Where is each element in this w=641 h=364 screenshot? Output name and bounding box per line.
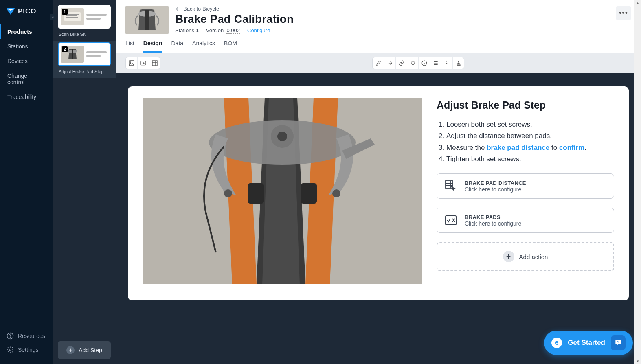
vertical-scrollbar[interactable]: ▲ ▼ [634,0,641,364]
edit-button[interactable] [373,57,384,69]
chain-icon [444,60,450,66]
insert-table-button[interactable] [149,57,160,69]
step-title: Adjust Brake Pad Step [437,99,614,111]
action-brake-pads[interactable]: BRAKE PADS Click here to configure [437,208,614,233]
tab-analytics[interactable]: Analytics [192,40,215,53]
configure-link[interactable]: Configure [247,27,270,33]
version-meta[interactable]: Version 0.002 [206,27,240,33]
sidebar-item-stations[interactable]: Stations [0,39,53,54]
help-icon [7,332,14,340]
sidebar-nav: Products Stations Devices Change control… [0,24,53,323]
step-card-2[interactable]: 2 Adjust Brake Pad Step [53,41,116,78]
more-button[interactable]: ••• [616,6,631,20]
stations-meta: Stations 1 [175,27,199,33]
table-icon [151,60,158,66]
image-icon [128,60,135,66]
sidebar-item-devices[interactable]: Devices [0,54,53,68]
step-label: Adjust Brake Pad Step [53,68,116,78]
step-number: 2 [62,46,68,52]
collapse-sidebar-button[interactable]: ›› [50,14,56,20]
arrow-left-icon [175,6,181,12]
svg-point-2 [9,349,11,351]
insert-image-button[interactable] [126,57,137,69]
svg-point-23 [277,132,287,141]
info-icon [421,60,427,66]
add-step-button[interactable]: + Add Step [58,341,111,359]
steps-panel: 1 Scan Bike SN 2 Adjust Brake Pad Step +… [53,0,116,364]
instructions-list: Loosen both set set screws. Adjust the d… [437,119,614,164]
add-step-label: Add Step [79,347,102,353]
instruction-item[interactable]: Loosen both set set screws. [446,119,614,130]
video-icon [140,60,147,66]
instruction-item[interactable]: Measure the brake pad distance to confir… [446,143,614,153]
action-subtitle: Click here to configure [465,186,526,193]
sidebar-item-products[interactable]: Products [0,24,53,39]
brand-name: PICO [18,7,37,15]
toolbar-media-group [125,57,160,69]
back-link[interactable]: Back to Bicycle [175,6,616,12]
text-color-button[interactable] [452,57,464,69]
toolbar-format-group [372,57,464,69]
step-main-image[interactable] [143,98,422,284]
arrow-right-icon [387,60,393,66]
tag-button[interactable] [407,57,418,69]
step-label: Scan Bike SN [53,30,116,41]
brake-pad-distance-link[interactable]: brake pad distance [487,144,549,151]
grid-click-icon [444,180,457,193]
tab-bom[interactable]: BOM [224,40,237,53]
step-card-1[interactable]: 1 Scan Bike SN [53,3,116,41]
brand-logo: PICO [0,0,53,24]
link-icon [399,60,404,66]
canvas-area: Adjust Brake Pad Step Loosen both set se… [116,73,641,364]
instruction-item[interactable]: Tighten both set screws. [446,154,614,164]
sidebar-item-change-control[interactable]: Change control [0,68,53,90]
page-title: Brake Pad Calibration [175,13,616,26]
scroll-down-arrow[interactable]: ▼ [634,358,641,364]
list-button[interactable] [430,57,441,69]
action-brake-pad-distance[interactable]: BRAKE PAD DISTANCE Click here to configu… [437,173,614,199]
svg-text:?: ? [617,340,619,344]
pencil-icon [375,60,381,66]
sidebar-resources[interactable]: Resources [7,329,46,343]
svg-rect-6 [66,15,77,16]
add-action-button[interactable]: + Add action [437,242,614,271]
tab-design[interactable]: Design [143,40,162,53]
svg-rect-7 [66,17,78,18]
svg-rect-19 [457,65,460,65]
svg-rect-24 [248,183,264,204]
main-area: Back to Bicycle Brake Pad Calibration St… [116,0,641,364]
sidebar-resources-label: Resources [18,333,45,339]
arrow-button[interactable] [384,57,395,69]
insert-video-button[interactable] [137,57,149,69]
svg-rect-10 [72,49,73,59]
svg-rect-25 [301,183,317,204]
get-started-label: Get Started [568,339,605,347]
sidebar: PICO ›› Products Stations Devices Change… [0,0,53,364]
plus-icon: + [66,346,75,354]
link-button[interactable] [395,57,407,69]
instruction-item[interactable]: Adjust the distance between pads. [446,131,614,141]
sidebar-settings[interactable]: Settings [7,343,46,357]
svg-point-15 [130,62,131,63]
svg-rect-29 [446,216,456,225]
gear-icon [7,346,14,353]
list-icon [433,60,439,66]
scroll-up-arrow[interactable]: ▲ [634,0,641,6]
confirm-link[interactable]: confirm [559,144,584,151]
header-thumbnail [125,6,169,34]
svg-rect-13 [145,10,149,30]
svg-point-26 [224,189,232,197]
info-button[interactable] [418,57,430,69]
svg-rect-17 [152,61,157,66]
attach-button[interactable] [441,57,452,69]
tab-list[interactable]: List [125,40,134,53]
get-started-pill[interactable]: 6 Get Started ? [544,331,633,355]
get-started-count: 6 [551,338,562,348]
tabs: List Design Data Analytics BOM [116,34,641,53]
back-link-label: Back to Bicycle [183,6,219,12]
logo-icon [6,7,15,16]
action-title: BRAKE PAD DISTANCE [465,180,526,186]
sidebar-item-traceability[interactable]: Traceability [0,90,53,104]
tab-data[interactable]: Data [171,40,183,53]
help-chat-icon[interactable]: ? [611,335,626,350]
